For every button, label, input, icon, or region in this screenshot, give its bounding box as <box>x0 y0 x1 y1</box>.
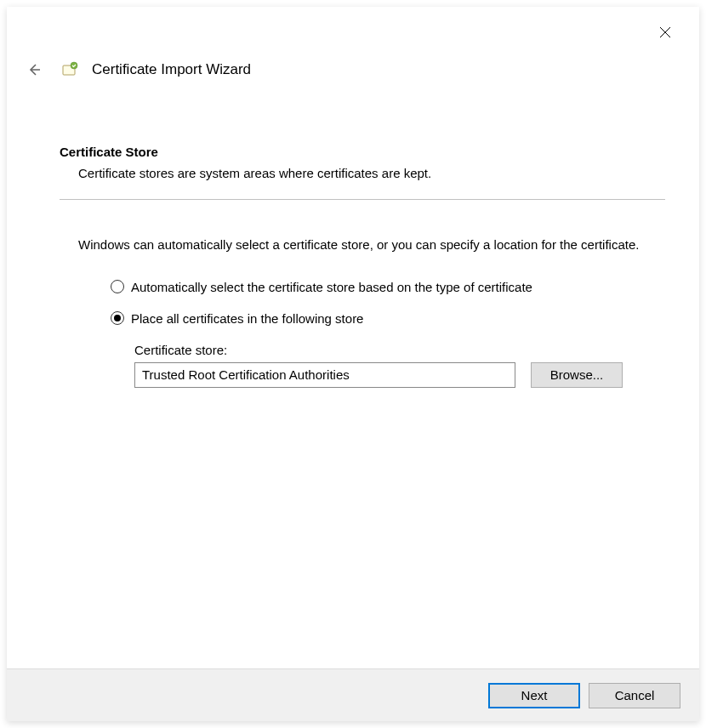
radio-manual-label: Place all certificates in the following … <box>131 311 363 326</box>
section-subtitle: Certificate stores are system areas wher… <box>78 166 665 180</box>
wizard-header: Certificate Import Wizard <box>24 60 251 80</box>
svg-point-4 <box>71 62 77 69</box>
section-title: Certificate Store <box>60 145 665 159</box>
radio-auto-label: Automatically select the certificate sto… <box>131 280 532 294</box>
store-section: Certificate store: Browse... <box>134 343 665 388</box>
radio-group: Automatically select the certificate sto… <box>111 280 665 326</box>
certificate-wizard-icon <box>60 60 80 80</box>
store-label: Certificate store: <box>134 343 665 357</box>
wizard-footer: Next Cancel <box>7 668 699 721</box>
divider <box>60 199 665 200</box>
wizard-title: Certificate Import Wizard <box>92 61 251 78</box>
arrow-left-icon <box>26 62 42 77</box>
radio-auto-select[interactable]: Automatically select the certificate sto… <box>111 280 665 294</box>
back-button[interactable] <box>24 60 44 80</box>
wizard-content: Certificate Store Certificate stores are… <box>60 145 665 388</box>
wizard-window: Certificate Import Wizard Certificate St… <box>7 7 699 721</box>
cancel-button[interactable]: Cancel <box>589 683 680 708</box>
description-text: Windows can automatically select a certi… <box>78 236 657 254</box>
radio-icon <box>111 280 124 293</box>
close-button[interactable] <box>655 22 675 43</box>
store-row: Browse... <box>134 362 665 388</box>
radio-icon <box>111 311 124 325</box>
browse-button[interactable]: Browse... <box>531 362 623 388</box>
radio-manual-select[interactable]: Place all certificates in the following … <box>111 311 665 326</box>
next-button[interactable]: Next <box>488 683 580 708</box>
close-icon <box>659 26 671 38</box>
certificate-store-input[interactable] <box>134 362 515 388</box>
